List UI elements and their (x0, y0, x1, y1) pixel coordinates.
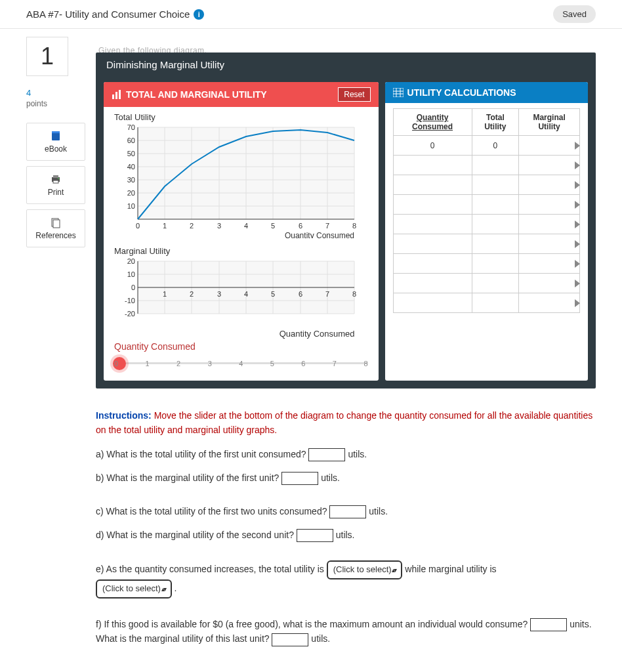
diagram-title: Diminishing Marginal Utility (96, 52, 596, 77)
answer-f2-input[interactable] (272, 633, 308, 646)
svg-text:50: 50 (127, 150, 135, 158)
cell-quantity (393, 195, 472, 215)
references-button[interactable]: References (26, 209, 85, 247)
svg-text:8: 8 (352, 222, 356, 230)
svg-rect-10 (119, 90, 121, 99)
svg-text:5: 5 (271, 222, 275, 230)
table-row (393, 215, 579, 234)
svg-text:4: 4 (244, 290, 248, 298)
cell-quantity (393, 215, 472, 234)
x-axis-label: Quantity Consumed (285, 231, 354, 238)
table-row (393, 156, 579, 175)
cell-total-utility (472, 254, 519, 274)
svg-text:20: 20 (127, 189, 135, 197)
printer-icon (50, 173, 62, 185)
svg-text:3: 3 (217, 290, 221, 298)
svg-text:30: 30 (127, 176, 135, 184)
cell-quantity (393, 175, 472, 195)
table-row (393, 175, 579, 195)
question-d: d) What is the marginal utility of the s… (96, 528, 596, 542)
table-row (393, 234, 579, 254)
svg-text:7: 7 (325, 290, 329, 298)
answer-c-input[interactable] (329, 505, 366, 518)
col-quantity: Quantity Consumed (393, 109, 472, 136)
ebook-label: eBook (45, 144, 67, 154)
cell-quantity: 0 (393, 136, 472, 156)
select-marginal-utility-trend[interactable]: (Click to select) (96, 579, 172, 598)
cell-total-utility: 0 (472, 136, 519, 156)
total-utility-chart: Total Utility (104, 107, 379, 241)
cell-total-utility (472, 156, 519, 175)
cell-total-utility (472, 175, 519, 195)
points-label: points (26, 99, 85, 108)
table-row (393, 274, 579, 293)
answer-f1-input[interactable] (530, 618, 567, 631)
print-button[interactable]: Print (26, 166, 85, 204)
x-axis-label-2: Quantity Consumed (114, 329, 368, 339)
svg-text:0: 0 (131, 284, 135, 291)
question-f: f) If this good is available for $0 (a f… (96, 617, 596, 646)
quantity-slider[interactable]: 012345678 (114, 356, 368, 374)
table-row (393, 195, 579, 215)
charts-header-text: TOTAL AND MARGINAL UTILITY (126, 89, 267, 100)
svg-rect-8 (112, 94, 114, 99)
cell-total-utility (472, 234, 519, 254)
saved-pill: Saved (553, 5, 596, 23)
assignment-title: ABA #7- Utility and Consumer Choice i (26, 9, 204, 20)
cell-marginal-utility (519, 156, 580, 175)
svg-rect-73 (393, 88, 404, 97)
total-utility-title: Total Utility (114, 112, 368, 122)
cell-marginal-utility (519, 195, 580, 215)
cell-quantity (393, 156, 472, 175)
cell-marginal-utility (519, 293, 580, 313)
svg-point-5 (58, 178, 59, 179)
svg-text:40: 40 (127, 163, 135, 171)
cell-quantity (393, 254, 472, 274)
marginal-utility-chart: Marginal Utility (104, 241, 379, 341)
charts-header: TOTAL AND MARGINAL UTILITY Reset (104, 82, 379, 107)
calculations-card: UTILITY CALCULATIONS Quantity Consumed T… (385, 82, 588, 381)
svg-text:7: 7 (325, 222, 329, 230)
table-row: 00 (393, 136, 579, 156)
ebook-button[interactable]: eBook (26, 123, 85, 161)
slider-ticks: 012345678 (114, 360, 368, 368)
svg-rect-4 (53, 180, 58, 183)
svg-text:10: 10 (127, 270, 135, 278)
diagram-panel: Diminishing Marginal Utility TOTAL AND M… (96, 52, 596, 388)
instructions: Instructions: Move the slider at the bot… (96, 408, 596, 646)
svg-text:70: 70 (127, 123, 135, 131)
svg-rect-9 (115, 92, 117, 99)
cell-marginal-utility (519, 254, 580, 274)
select-total-utility-trend[interactable]: (Click to select) (327, 560, 403, 579)
svg-text:60: 60 (127, 136, 135, 144)
svg-text:2: 2 (190, 290, 194, 298)
cell-marginal-utility (519, 175, 580, 195)
question-a: a) What is the total utility of the firs… (96, 447, 596, 461)
marginal-utility-title: Marginal Utility (114, 246, 368, 256)
svg-text:2: 2 (190, 222, 194, 230)
svg-text:8: 8 (352, 290, 356, 298)
instructions-label: Instructions: (96, 410, 152, 421)
table-row (393, 254, 579, 274)
points-value: 4 (26, 88, 85, 98)
svg-rect-7 (53, 220, 60, 228)
print-label: Print (48, 188, 64, 197)
answer-d-input[interactable] (297, 529, 333, 542)
reset-button[interactable]: Reset (338, 87, 370, 102)
sidebar: 1 4 points eBook Print References (26, 37, 85, 646)
cell-total-utility (472, 215, 519, 234)
question-number: 1 (26, 37, 68, 76)
cell-quantity (393, 234, 472, 254)
cell-total-utility (472, 274, 519, 293)
instructions-text: Move the slider at the bottom of the dia… (96, 410, 592, 435)
svg-text:3: 3 (217, 222, 221, 230)
cell-marginal-utility (519, 234, 580, 254)
col-marginal-utility: Marginal Utility (519, 109, 580, 136)
book-icon (50, 130, 62, 142)
info-icon[interactable]: i (194, 9, 204, 20)
svg-text:6: 6 (299, 222, 302, 230)
svg-text:20: 20 (127, 257, 135, 265)
answer-b-input[interactable] (281, 472, 318, 485)
cell-total-utility (472, 293, 519, 313)
answer-a-input[interactable] (308, 448, 345, 461)
